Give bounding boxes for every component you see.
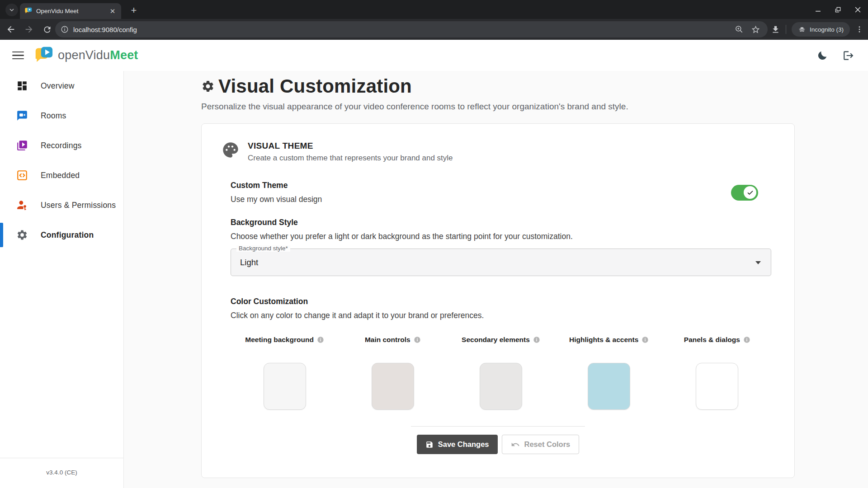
chevron-down-icon xyxy=(9,7,14,13)
active-indicator xyxy=(0,223,3,247)
custom-theme-description: Use my own visual design xyxy=(231,195,322,204)
forward-button[interactable] xyxy=(22,22,36,37)
save-changes-button[interactable]: Save Changes xyxy=(417,435,498,454)
tab-search-button[interactable] xyxy=(5,4,18,16)
sidebar-item-embedded[interactable]: Embedded xyxy=(0,160,123,190)
check-icon xyxy=(747,189,754,196)
sidebar-item-label: Configuration xyxy=(41,230,94,240)
sidebar-item-label: Embedded xyxy=(41,171,80,180)
back-button[interactable] xyxy=(4,22,18,37)
page-title: Visual Customization xyxy=(218,75,412,97)
incognito-icon xyxy=(798,25,806,33)
zoom-icon[interactable] xyxy=(735,25,744,34)
logout-button[interactable] xyxy=(840,47,857,64)
menu-toggle-button[interactable] xyxy=(8,46,28,66)
tab-title: OpenVidu Meet xyxy=(36,8,104,14)
sidebar-item-overview[interactable]: Overview xyxy=(0,71,123,101)
background-style-description: Choose whether you prefer a light or dar… xyxy=(231,232,774,241)
swatch-label: Panels & dialogs xyxy=(684,336,740,344)
swatch-secondary-elements: Secondary elements xyxy=(447,336,555,410)
select-floating-label: Background style* xyxy=(236,245,290,252)
browser-tab[interactable]: OpenVidu Meet ✕ xyxy=(20,3,121,19)
reload-button[interactable] xyxy=(40,22,54,37)
custom-theme-toggle[interactable] xyxy=(731,185,758,201)
visual-theme-card: VISUAL THEME Create a custom theme that … xyxy=(201,123,795,478)
page-subtitle: Personalize the visual appearance of you… xyxy=(201,102,868,112)
swatch-highlights-accents: Highlights & accents xyxy=(555,336,663,410)
app-version: v3.4.0 (CE) xyxy=(46,469,77,476)
swatch-label: Secondary elements xyxy=(462,336,530,344)
url-text: localhost:9080/config xyxy=(73,26,735,33)
app-logo: openViduMeet xyxy=(34,47,138,65)
color-customization-block: Color Customization Click on any color t… xyxy=(231,297,774,410)
toggle-knob xyxy=(744,186,756,199)
dropdown-caret-icon xyxy=(755,261,761,264)
swatch-label: Highlights & accents xyxy=(569,336,638,344)
address-bar[interactable]: localhost:9080/config xyxy=(55,21,768,38)
undo-icon xyxy=(511,440,520,449)
background-style-block: Background Style Choose whether you pref… xyxy=(231,218,774,276)
background-style-select[interactable]: Background style* Light xyxy=(231,249,771,276)
bookmark-star-icon[interactable] xyxy=(751,25,760,34)
sidebar-nav: Overview Rooms Recordings Embedded Users… xyxy=(0,71,124,488)
save-icon xyxy=(425,441,434,449)
sidebar-item-rooms[interactable]: Rooms xyxy=(0,101,123,131)
toolbar-separator xyxy=(786,25,786,34)
moon-icon xyxy=(816,50,828,61)
color-swatch[interactable] xyxy=(480,363,522,410)
tab-close-icon[interactable]: ✕ xyxy=(108,7,117,15)
info-icon[interactable] xyxy=(743,336,750,343)
sidebar-item-recordings[interactable]: Recordings xyxy=(0,131,123,160)
incognito-badge: Incognito (3) xyxy=(792,22,850,37)
video-library-icon xyxy=(16,140,28,151)
new-tab-button[interactable]: + xyxy=(127,4,140,17)
sidebar-item-users-permissions[interactable]: Users & Permissions xyxy=(0,190,123,220)
info-icon[interactable] xyxy=(642,336,649,343)
info-icon[interactable] xyxy=(414,336,421,343)
dashboard-icon xyxy=(16,80,28,92)
palette-icon xyxy=(222,141,240,159)
window-restore-button[interactable] xyxy=(831,3,844,16)
rooms-chat-icon xyxy=(16,110,28,122)
logo-text-accent: Meet xyxy=(110,48,138,62)
section-subtitle: Create a custom theme that represents yo… xyxy=(248,154,453,163)
sidebar-item-label: Users & Permissions xyxy=(41,201,116,210)
color-swatch[interactable] xyxy=(696,363,738,410)
window-minimize-button[interactable] xyxy=(811,3,825,16)
sidebar-footer: v3.4.0 (CE) xyxy=(0,458,123,488)
sidebar-item-configuration[interactable]: Configuration xyxy=(0,220,123,250)
incognito-label: Incognito (3) xyxy=(810,26,844,33)
app-header: openViduMeet xyxy=(0,40,868,71)
color-swatch[interactable] xyxy=(264,363,306,410)
info-icon[interactable] xyxy=(533,336,540,343)
swatch-panels-dialogs: Panels & dialogs xyxy=(663,336,771,410)
sidebar-item-label: Rooms xyxy=(41,111,66,121)
download-icon[interactable] xyxy=(771,25,780,34)
custom-theme-title: Custom Theme xyxy=(231,181,322,190)
window-close-button[interactable] xyxy=(851,3,864,16)
logo-text-primary: openVidu xyxy=(58,48,110,62)
sidebar-item-label: Overview xyxy=(41,81,75,91)
info-icon[interactable] xyxy=(317,336,324,343)
swatch-meeting-background: Meeting background xyxy=(231,336,339,410)
dark-mode-button[interactable] xyxy=(814,47,831,64)
site-info-icon[interactable] xyxy=(61,25,69,33)
swatch-label: Main controls xyxy=(365,336,410,344)
reset-colors-label: Reset Colors xyxy=(524,440,571,449)
color-swatch[interactable] xyxy=(588,363,630,410)
actions-divider xyxy=(411,426,585,427)
color-customization-title: Color Customization xyxy=(231,297,774,306)
reset-colors-button[interactable]: Reset Colors xyxy=(502,435,580,454)
color-swatch-grid: Meeting background Main controls Seconda… xyxy=(231,336,771,410)
logout-icon xyxy=(843,50,854,61)
gear-icon xyxy=(16,229,28,241)
browser-menu-icon[interactable] xyxy=(855,25,863,33)
person-key-icon xyxy=(16,199,28,211)
page-title-gear-icon xyxy=(201,80,215,93)
swatch-label: Meeting background xyxy=(245,336,314,344)
color-swatch[interactable] xyxy=(372,363,414,410)
sidebar-item-label: Recordings xyxy=(41,141,82,150)
openvidu-logo-icon xyxy=(34,47,53,65)
custom-theme-row: Custom Theme Use my own visual design xyxy=(231,181,774,204)
color-customization-description: Click on any color to change it and adap… xyxy=(231,311,774,320)
